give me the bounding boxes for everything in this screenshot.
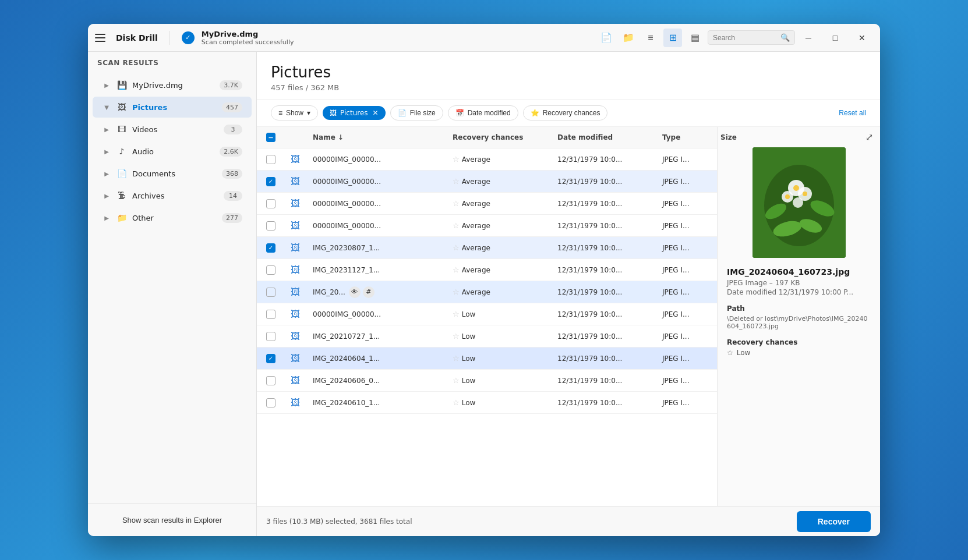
close-button[interactable]: ✕ [849, 29, 875, 47]
preview-action-btn[interactable]: 👁 [349, 286, 361, 298]
row-actions: 👁 # [349, 286, 375, 298]
table-row[interactable]: 🖼 IMG_20230807_1... ☆ Average 12/31/1979… [257, 237, 717, 259]
row-name: 00000IMG_00000... [308, 196, 448, 211]
row-checkbox[interactable] [266, 155, 275, 164]
row-checkbox-cell[interactable] [262, 306, 285, 322]
row-checkbox-cell[interactable] [262, 284, 285, 300]
sidebar-archives-badge: 14 [224, 191, 242, 201]
row-checkbox-cell[interactable] [262, 151, 285, 168]
header-name[interactable]: Name ↓ [308, 127, 448, 148]
preview-meta-date: Date modified 12/31/1979 10:00 P... [727, 288, 871, 296]
sidebar-item-audio[interactable]: ▶ ♪ Audio 2.6K [93, 141, 252, 162]
row-checkbox-cell[interactable] [262, 173, 285, 190]
sidebar-documents-label: Documents [132, 169, 217, 178]
row-recovery: ☆ Low [448, 328, 553, 344]
row-checkbox-cell[interactable] [262, 373, 285, 389]
search-box[interactable]: 🔍 [708, 30, 795, 45]
svg-point-10 [793, 185, 799, 191]
minimize-button[interactable]: ─ [795, 29, 822, 47]
row-checkbox[interactable] [266, 199, 275, 208]
row-checkbox[interactable] [266, 288, 275, 297]
chevron-right-icon-archives: ▶ [102, 191, 111, 200]
hash-action-btn[interactable]: # [363, 286, 375, 298]
search-input[interactable] [713, 34, 777, 42]
row-checkbox[interactable] [266, 310, 275, 319]
row-type: JPEG I... [658, 263, 716, 278]
recovery-chances-filter-button[interactable]: ⭐ Recovery chances [523, 105, 608, 120]
recover-button[interactable]: Recover [797, 511, 871, 532]
table-row[interactable]: 🖼 00000IMG_00000... ☆ Average 12/31/1979… [257, 171, 717, 193]
header-checkbox-cell[interactable] [262, 127, 285, 148]
row-checkbox-cell[interactable] [262, 350, 285, 367]
row-icon-cell: 🖼 [285, 194, 308, 213]
table-row[interactable]: 🖼 00000IMG_00000... ☆ Average 12/31/1979… [257, 215, 717, 237]
table-row[interactable]: 🖼 IMG_20210727_1... ☆ Low 12/31/1979 10:… [257, 325, 717, 348]
table-row[interactable]: 🖼 00000IMG_00000... ☆ Average 12/31/1979… [257, 148, 717, 171]
row-checkbox-cell[interactable] [262, 328, 285, 345]
star-icon: ☆ [453, 221, 460, 230]
header-type[interactable]: Type [658, 127, 716, 148]
list-view-btn[interactable]: ≡ [641, 29, 660, 47]
hamburger-menu-icon[interactable] [93, 30, 109, 46]
row-checkbox-cell[interactable] [262, 262, 285, 278]
grid-view-btn[interactable]: ⊞ [663, 29, 682, 47]
show-explorer-button[interactable]: Show scan results in Explorer [93, 511, 252, 529]
sidebar-item-archives[interactable]: ▶ 🗜 Archives 14 [93, 185, 252, 206]
table-row[interactable]: 🖼 IMG_20240606_0... ☆ Low 12/31/1979 10:… [257, 370, 717, 392]
preview-expand-button[interactable]: ⤢ [865, 132, 873, 143]
reset-all-button[interactable]: Reset all [839, 109, 866, 117]
row-checkbox[interactable] [266, 221, 275, 231]
search-icon: 🔍 [780, 33, 790, 42]
file-icon-btn[interactable]: 📄 [597, 29, 616, 47]
videos-icon: 🎞 [116, 123, 128, 135]
sidebar-footer: Show scan results in Explorer [88, 504, 256, 536]
sort-icon: ↓ [338, 133, 344, 141]
remove-pictures-filter-icon[interactable]: ✕ [373, 109, 379, 117]
row-checkbox-cell[interactable] [262, 240, 285, 256]
sidebar-item-documents[interactable]: ▶ 📄 Documents 368 [93, 163, 252, 184]
table-row[interactable]: 🖼 IMG_20240610_1... ☆ Low 12/31/1979 10:… [257, 392, 717, 414]
table-row[interactable]: 🖼 IMG_20231127_1... ☆ Average 12/31/1979… [257, 259, 717, 281]
row-checkbox-cell[interactable] [262, 218, 285, 234]
file-type-icon: 🖼 [289, 397, 301, 409]
row-checkbox[interactable] [266, 398, 275, 407]
row-checkbox-cell[interactable] [262, 196, 285, 212]
date-modified-filter-button[interactable]: 📅 Date modified [448, 105, 518, 120]
table-row[interactable]: 🖼 IMG_20... 👁 # ☆ Average 12/31/1979 10:… [257, 281, 717, 303]
header-size[interactable]: Size [716, 127, 768, 148]
sidebar-item-drive[interactable]: ▶ 💾 MyDrive.dmg 3.7K [93, 75, 252, 95]
row-date: 12/31/1979 10:0... [553, 196, 658, 211]
row-checkbox[interactable] [266, 332, 275, 341]
file-size-filter-button[interactable]: 📄 File size [390, 105, 443, 120]
header-date[interactable]: Date modified [553, 127, 658, 148]
select-all-checkbox[interactable] [266, 133, 275, 142]
split-view-btn[interactable]: ▤ [686, 29, 704, 47]
window-controls: ─ □ ✕ [795, 29, 875, 47]
row-checkbox[interactable] [266, 354, 275, 363]
header-recovery[interactable]: Recovery chances [448, 127, 553, 148]
row-checkbox-cell[interactable] [262, 395, 285, 411]
preview-details: IMG_20240604_160723.jpg JPEG Image – 197… [718, 267, 880, 366]
row-checkbox[interactable] [266, 243, 275, 253]
row-name: IMG_20240606_0... [308, 373, 448, 388]
folder-icon-btn[interactable]: 📁 [619, 29, 638, 47]
row-checkbox[interactable] [266, 376, 275, 385]
table-row[interactable]: 🖼 00000IMG_00000... ☆ Low 12/31/1979 10:… [257, 303, 717, 325]
row-type: JPEG I... [658, 285, 716, 300]
main-body: Scan results ▶ 💾 MyDrive.dmg 3.7K ▼ 🖼 Pi… [88, 52, 880, 536]
row-name: IMG_20210727_1... [308, 329, 448, 344]
table-container: Name ↓ Recovery chances Date modified Ty… [257, 127, 880, 506]
pictures-filter-chip[interactable]: 🖼 Pictures ✕ [323, 106, 386, 120]
row-date: 12/31/1979 10:0... [553, 395, 658, 410]
show-filter-button[interactable]: ≡ Show ▾ [271, 105, 318, 120]
file-type-icon: 🖼 [289, 198, 301, 210]
maximize-button[interactable]: □ [822, 29, 849, 47]
row-checkbox[interactable] [266, 177, 275, 186]
pictures-chip-icon: 🖼 [330, 109, 337, 117]
sidebar-item-other[interactable]: ▶ 📁 Other 277 [93, 207, 252, 228]
row-checkbox[interactable] [266, 265, 275, 275]
table-row[interactable]: 🖼 IMG_20240604_1... ☆ Low 12/31/1979 10:… [257, 348, 717, 370]
sidebar-item-videos[interactable]: ▶ 🎞 Videos 3 [93, 119, 252, 140]
table-row[interactable]: 🖼 00000IMG_00000... ☆ Average 12/31/1979… [257, 193, 717, 215]
sidebar-item-pictures[interactable]: ▼ 🖼 Pictures 457 [93, 97, 252, 118]
